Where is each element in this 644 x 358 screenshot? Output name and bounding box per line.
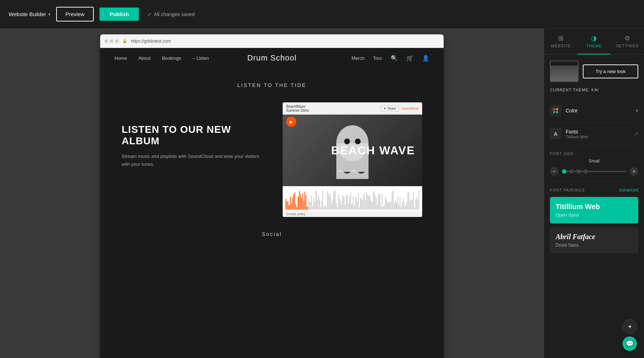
preview-button[interactable]: Preview — [56, 7, 94, 21]
chat-bubble-secondary[interactable]: ✦ — [623, 319, 637, 334]
url-bar[interactable]: https://gdsbrtest.com — [131, 39, 439, 44]
settings-tab-label: SETTINGS — [616, 44, 639, 48]
sc-share-btn[interactable]: ✦ Share — [380, 106, 399, 111]
waveform-bar — [296, 204, 296, 210]
waveform-bar — [316, 190, 316, 210]
waveform-bar — [355, 198, 356, 210]
nav-item-merch[interactable]: Merch — [352, 55, 365, 61]
font-size-plus[interactable]: + — [630, 167, 638, 176]
nav-item-home[interactable]: Home — [114, 55, 127, 61]
waveform-bar — [401, 207, 401, 210]
tab-theme[interactable]: ◑ THEME — [577, 29, 611, 54]
panel-tabs: ⊞ WEBSITE ◑ THEME ⚙ SETTINGS — [544, 29, 644, 55]
waveform-bar — [341, 204, 342, 210]
app-name-chevron: ▾ — [48, 12, 50, 17]
waveform-bar — [289, 205, 289, 210]
try-new-look-button[interactable]: Try a new look — [583, 64, 638, 78]
waveform-bar — [385, 197, 386, 210]
waveform-bar — [288, 201, 288, 210]
sc-waveform — [283, 186, 422, 211]
waveform-bar — [319, 199, 320, 210]
font-card-abril-secondary: Droid Sans — [556, 242, 633, 248]
sc-track-info: BeachBlaze Summer Dens — [286, 105, 309, 112]
waveform-bar — [394, 203, 395, 210]
color-section-row[interactable]: Color ▾ — [550, 99, 638, 122]
check-icon: ✓ — [147, 11, 152, 17]
waveform-bar — [414, 208, 415, 210]
slider-track[interactable] — [562, 171, 626, 172]
waveform-bar — [309, 202, 310, 210]
waveform-bar — [312, 205, 313, 210]
waveform-bar — [342, 195, 343, 210]
waveform-bar — [294, 192, 295, 210]
search-icon[interactable]: 🔍 — [391, 55, 398, 62]
main-area: 🔒 https://gdsbrtest.com Home About Booki… — [0, 29, 644, 358]
music-text: LISTEN TO OUR NEW ALBUM Stream music and… — [122, 102, 261, 168]
app-name-label: Website Builder — [9, 11, 46, 17]
waveform-bar — [390, 203, 390, 210]
waveform-bar — [382, 194, 382, 210]
fonts-icon: A — [550, 128, 561, 140]
fonts-section-row[interactable]: A Fonts Titillium Web ↗ — [550, 122, 638, 146]
waveform-bar — [408, 192, 408, 210]
waveform-bar — [415, 199, 416, 210]
publish-button[interactable]: Publish — [99, 8, 139, 21]
waveform-bar — [384, 205, 385, 210]
waveform-bar — [339, 198, 340, 210]
waveform-bar — [290, 196, 291, 210]
browser-window: 🔒 https://gdsbrtest.com Home About Booki… — [100, 34, 444, 358]
waveform-bar — [317, 200, 318, 210]
slider-row: − + — [550, 167, 638, 176]
font-card-titillium[interactable]: Titillium Web Open Sans — [550, 197, 638, 223]
thumb-nav — [551, 61, 578, 66]
nav-item-bookings[interactable]: Bookings — [162, 55, 181, 61]
soundcloud-embed: BeachBlaze Summer Dens ✦ Share soundclou… — [283, 102, 422, 217]
website-tab-label: WEBSITE — [551, 44, 571, 48]
waveform-bar — [302, 193, 303, 210]
waveform-bar — [389, 201, 389, 210]
section-title: LISTEN TO THE TIDE — [122, 82, 422, 88]
waveform-bar — [411, 199, 411, 210]
fonts-label: Fonts — [566, 129, 588, 135]
nav-item-tour[interactable]: Tour — [373, 55, 382, 61]
cart-icon[interactable]: 🛒 — [406, 55, 414, 62]
waveform-bar — [381, 207, 381, 210]
font-size-minus[interactable]: − — [550, 167, 558, 176]
waveform-bar — [323, 207, 324, 210]
app-name-button[interactable]: Website Builder ▾ — [9, 11, 50, 17]
waveform-bar — [297, 207, 297, 210]
waveform-bar — [322, 190, 323, 210]
waveform-bar — [347, 195, 348, 210]
current-theme-prefix: CURRENT THEME: — [550, 88, 590, 92]
waveform-bar — [346, 195, 347, 210]
waveform-bar — [354, 205, 355, 210]
sc-play-button[interactable]: ▶ — [286, 117, 296, 127]
sc-artist: BeachBlaze — [286, 105, 309, 108]
sc-title-overlay: BEACH WAVE — [331, 144, 415, 157]
waveform-bar — [374, 191, 375, 210]
waveform-bar — [387, 202, 388, 210]
waveform-bar — [371, 200, 371, 210]
waveform-bar — [306, 195, 306, 210]
chat-bubble-primary[interactable]: 💬 — [623, 337, 637, 351]
cookie-label: Cookie policy — [286, 212, 306, 216]
waveform-bar — [331, 203, 332, 210]
advanced-link[interactable]: Advanced — [619, 188, 638, 193]
waveform-bar — [308, 199, 309, 210]
waveform-bar — [314, 202, 315, 210]
color-palette-svg — [552, 107, 559, 114]
tab-settings[interactable]: ⚙ SETTINGS — [611, 29, 644, 54]
waveform-bar — [412, 199, 413, 210]
user-icon[interactable]: 👤 — [422, 55, 429, 62]
waveform-bar — [303, 200, 304, 210]
slider-dot-1 — [562, 169, 566, 174]
nav-item-listen[interactable]: – Listen — [192, 55, 209, 61]
waveform-bar — [298, 197, 298, 210]
music-section: LISTEN TO OUR NEW ALBUM Stream music and… — [122, 102, 422, 217]
nav-item-about[interactable]: About — [138, 55, 151, 61]
font-card-abril[interactable]: Abril Fatface Droid Sans — [550, 227, 638, 253]
panel-content: Try a new look CURRENT THEME: KAI — [544, 55, 644, 358]
waveform-bar — [362, 200, 362, 210]
tab-website[interactable]: ⊞ WEBSITE — [544, 29, 577, 54]
slider-dot-4 — [584, 169, 588, 174]
